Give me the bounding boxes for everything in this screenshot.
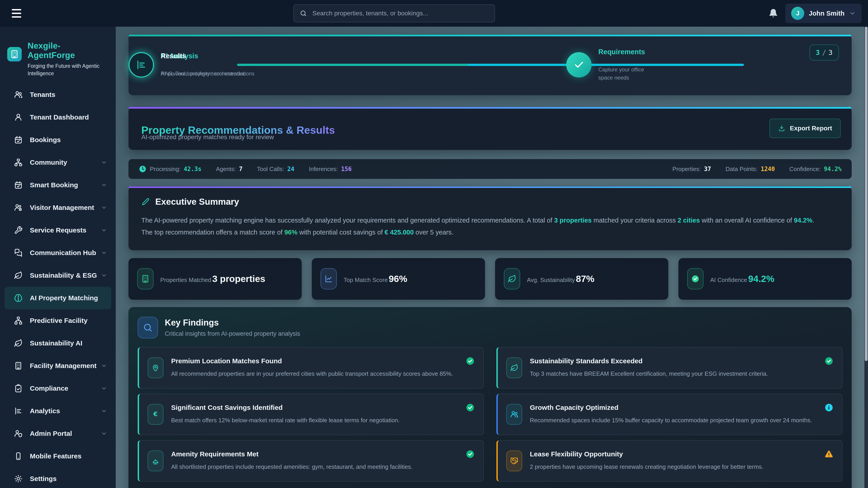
sidebar-item-settings[interactable]: Settings — [4, 467, 111, 488]
finding-title: Premium Location Matches Found — [171, 357, 458, 365]
user-menu[interactable]: J John Smith — [785, 4, 862, 23]
progress-badge: 3/3 — [809, 44, 839, 61]
sidebar-item-tenants[interactable]: Tenants — [4, 84, 111, 106]
wizard-step-results[interactable]: Results AI-powered property recommendati… — [129, 35, 254, 95]
findings-grid: Premium Location Matches Found All recom… — [138, 347, 842, 482]
sidebar-item-communication-hub[interactable]: Communication Hub — [4, 241, 111, 264]
avatar: J — [791, 7, 804, 20]
finding-title: Significant Cost Savings Identified — [171, 404, 458, 412]
sidebar-item-label: Sustainability AI — [30, 339, 82, 347]
step-subtitle: AI-powered property recommendations — [161, 70, 254, 78]
building-icon — [141, 274, 150, 283]
stats-group-left: Processing: 42.3s Agents: 7 Tool Calls: … — [138, 165, 352, 173]
wizard-step-requirements[interactable]: Requirements Capture your office space n… — [566, 35, 657, 95]
sidebar-item-predictive-facility[interactable]: Predictive Facility — [4, 309, 111, 332]
stat-cards-row: Properties Matched 3 properties Top Matc… — [128, 258, 852, 300]
stat-card-value: 87% — [576, 273, 594, 284]
leaf-icon — [14, 339, 23, 348]
stat-card-value: 94.2% — [748, 273, 774, 284]
chevron-down-icon — [849, 10, 856, 17]
menu-button[interactable] — [12, 9, 21, 18]
sidebar-item-label: Admin Portal — [30, 430, 72, 437]
main-content: 3/3 Requirements Capture your office spa… — [116, 27, 868, 488]
sidebar-item-sustainability-ai[interactable]: Sustainability AI — [4, 332, 111, 355]
search-icon — [300, 10, 307, 17]
header-accent-line — [129, 107, 851, 109]
user-icon — [14, 113, 23, 122]
building-icon — [14, 361, 23, 370]
sidebar-item-smart-booking[interactable]: Smart Booking — [4, 174, 111, 196]
sidebar-item-mobile-features[interactable]: Mobile Features — [4, 445, 111, 467]
users-icon — [14, 90, 23, 99]
processing-stats-bar: Processing: 42.3s Agents: 7 Tool Calls: … — [128, 159, 852, 179]
finding-card-amenity-requirements-met: Amenity Requirements Met All shortlisted… — [138, 440, 484, 482]
stat-value: 24 — [287, 166, 294, 172]
scrollbar[interactable] — [864, 27, 868, 488]
finding-card-premium-location-matches-found: Premium Location Matches Found All recom… — [138, 347, 484, 389]
sidebar-item-community[interactable]: Community — [4, 151, 111, 174]
export-report-button[interactable]: Export Report — [770, 119, 841, 138]
brand-name: Nexgile-AgentForge — [28, 41, 107, 60]
sidebar-item-label: Service Requests — [30, 226, 86, 234]
network-icon — [14, 316, 23, 325]
stat-label: Tool Calls: — [257, 166, 284, 173]
search-bar[interactable] — [293, 4, 495, 22]
users-icon — [510, 410, 518, 418]
leaf-icon — [508, 274, 516, 283]
sidebar-item-bookings[interactable]: Bookings — [4, 129, 111, 151]
handshake-icon — [510, 457, 518, 465]
stat-label: Inferences: — [309, 166, 338, 173]
step-circle — [566, 52, 592, 77]
summary-line: The AI-powered property matching engine … — [141, 215, 839, 226]
sidebar-item-ai-property-matching[interactable]: AI Property Matching — [4, 287, 111, 309]
summary-highlight: 3 properties — [554, 217, 592, 224]
sidebar-item-visitor-management[interactable]: Visitor Management — [4, 196, 111, 219]
sitemap-icon — [14, 158, 23, 167]
sidebar: Nexgile-AgentForge Forging the Future wi… — [0, 27, 116, 488]
stat-inline: Inferences: 156 — [309, 166, 352, 173]
sidebar-item-label: AI Property Matching — [30, 294, 98, 302]
chart-rows-icon — [14, 407, 23, 415]
chart-line-icon — [324, 274, 333, 283]
sidebar-nav: Tenants Tenant Dashboard Bookings Commun… — [0, 84, 116, 488]
key-findings-card: Key Findings Critical insights from AI-p… — [128, 307, 852, 488]
badge-info-icon — [825, 403, 833, 412]
stat-card-label: Properties Matched — [160, 276, 211, 283]
sidebar-item-label: Facility Management — [30, 362, 96, 369]
sidebar-item-tenant-dashboard[interactable]: Tenant Dashboard — [4, 106, 111, 129]
stepper-card: 3/3 Requirements Capture your office spa… — [128, 34, 852, 95]
sidebar-item-facility-management[interactable]: Facility Management — [4, 355, 111, 377]
badge-check-icon — [466, 450, 475, 459]
executive-summary-card: Executive Summary The AI-powered propert… — [128, 186, 852, 250]
sidebar-item-service-requests[interactable]: Service Requests — [4, 219, 111, 241]
stat-card-properties-matched: Properties Matched 3 properties — [128, 258, 302, 300]
stat-label: Processing: — [150, 166, 181, 173]
stat-card-label: Avg. Sustainability — [527, 276, 575, 283]
calendar-check-icon — [14, 135, 23, 144]
summary-accent-line — [129, 186, 851, 188]
stats-group-right: Properties: 37 Data Points: 1240 Confide… — [673, 166, 842, 173]
badge-check-icon — [466, 357, 475, 365]
sidebar-item-admin-portal[interactable]: Admin Portal — [4, 422, 111, 445]
chevron-down-icon — [101, 159, 107, 166]
sidebar-item-sustainability-esg[interactable]: Sustainability & ESG — [4, 264, 111, 287]
sidebar-item-compliance[interactable]: Compliance — [4, 377, 111, 400]
stat-inline: Properties: 37 — [673, 166, 711, 173]
sidebar-item-label: Settings — [30, 475, 57, 483]
topbar: J John Smith — [0, 0, 868, 27]
brain-icon — [14, 294, 23, 302]
search-input[interactable] — [312, 9, 489, 17]
summary-body: The AI-powered property matching engine … — [141, 215, 839, 238]
finding-card-lease-flexibility-opportunity: Lease Flexibility Opportunity 2 properti… — [496, 440, 842, 482]
sidebar-item-analytics[interactable]: Analytics — [4, 400, 111, 422]
brand-logo-icon — [7, 47, 22, 61]
stat-card-value: 3 properties — [212, 273, 266, 284]
scrollbar-thumb[interactable] — [865, 27, 868, 361]
chevron-down-icon — [101, 250, 107, 256]
badge-warning-icon — [825, 450, 833, 459]
bell-icon[interactable] — [768, 8, 778, 19]
sidebar-item-label: Sustainability & ESG — [30, 271, 97, 279]
page-subtitle: AI-optimized property matches ready for … — [141, 133, 274, 141]
chevron-down-icon — [101, 430, 107, 437]
check-icon — [574, 59, 584, 70]
